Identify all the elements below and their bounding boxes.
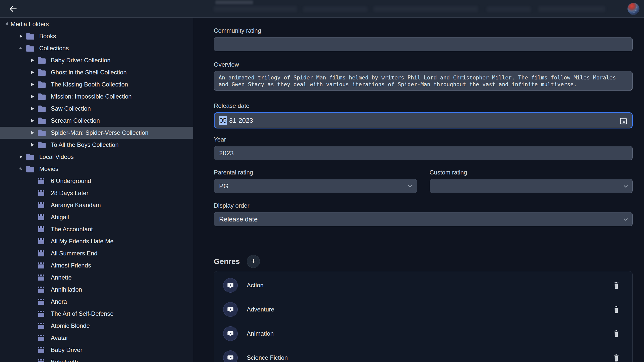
tree-item-ghost-in-the-shell-collection[interactable]: Ghost in the Shell Collection bbox=[0, 66, 193, 78]
overview-textarea[interactable]: An animated trilogy of Spider-Man films … bbox=[214, 71, 633, 91]
date-rest-segment[interactable]: -31-2023 bbox=[227, 117, 253, 124]
tree-item-the-accountant[interactable]: The Accountant bbox=[0, 223, 193, 235]
trash-icon bbox=[613, 330, 620, 337]
folder-icon bbox=[26, 32, 35, 40]
blurred-scrolled-content bbox=[374, 6, 478, 12]
movie-icon bbox=[37, 237, 47, 246]
tree-item-spider-man-spider-verse-collection[interactable]: Spider-Man: Spider-Verse Collection bbox=[0, 127, 193, 139]
tree-item-label: Atomic Blonde bbox=[51, 322, 90, 329]
tree-item-media-folders[interactable]: Media Folders bbox=[0, 18, 193, 30]
expand-caret-icon[interactable] bbox=[18, 34, 24, 38]
tree-item-the-kissing-booth-collection[interactable]: The Kissing Booth Collection bbox=[0, 78, 193, 90]
blurred-scrolled-content bbox=[214, 6, 297, 12]
tree-item-avatar[interactable]: Avatar bbox=[0, 332, 193, 344]
add-genre-button[interactable]: + bbox=[247, 255, 260, 268]
tree-item-scream-collection[interactable]: Scream Collection bbox=[0, 115, 193, 127]
delete-genre-button[interactable] bbox=[611, 352, 621, 362]
tree-item-label: Anora bbox=[51, 298, 67, 305]
tree-item-abigail[interactable]: Abigail bbox=[0, 211, 193, 223]
tree-item-baby-driver-collection[interactable]: Baby Driver Collection bbox=[0, 54, 193, 66]
expand-caret-icon[interactable] bbox=[29, 71, 36, 74]
tree-item-label: The Kissing Booth Collection bbox=[51, 81, 128, 88]
expand-caret-icon[interactable] bbox=[29, 131, 36, 134]
collapse-caret-icon[interactable] bbox=[4, 23, 11, 26]
delete-genre-button[interactable] bbox=[611, 280, 621, 291]
tree-item-label: Babyteeth bbox=[51, 358, 78, 362]
tree-item-label: Avatar bbox=[51, 334, 68, 341]
tree-item-all-my-friends-hate-me[interactable]: All My Friends Hate Me bbox=[0, 235, 193, 247]
tree-item-label: Collections bbox=[39, 45, 69, 52]
tree-item-mission-impossible-collection[interactable]: Mission: Impossible Collection bbox=[0, 90, 193, 103]
tree-item-label: The Accountant bbox=[51, 226, 93, 233]
release-date-input[interactable]: 05-31-2023 bbox=[214, 112, 633, 128]
user-avatar[interactable] bbox=[627, 3, 639, 15]
calendar-icon[interactable] bbox=[619, 116, 628, 125]
tree-item-the-art-of-self-defense[interactable]: The Art of Self-Defense bbox=[0, 308, 193, 320]
movie-icon bbox=[37, 334, 47, 342]
collapse-caret-icon[interactable] bbox=[18, 47, 24, 50]
movie-icon bbox=[37, 225, 47, 234]
display-order-select[interactable]: Release date bbox=[214, 212, 633, 226]
tree-item-label: Baby Driver Collection bbox=[51, 57, 110, 64]
tree-item-annette[interactable]: Annette bbox=[0, 272, 193, 284]
back-button[interactable] bbox=[8, 3, 19, 14]
app-header bbox=[0, 0, 644, 18]
community-rating-input[interactable] bbox=[214, 37, 633, 51]
tree-item-saw-collection[interactable]: Saw Collection bbox=[0, 103, 193, 115]
genre-row-science-fiction[interactable]: Science Fiction bbox=[214, 346, 632, 362]
genre-row-action[interactable]: Action bbox=[214, 273, 632, 297]
tree-item-atomic-blonde[interactable]: Atomic Blonde bbox=[0, 320, 193, 332]
tree-item-babyteeth[interactable]: Babyteeth bbox=[0, 356, 193, 362]
tree-item-label: Scream Collection bbox=[51, 117, 100, 124]
delete-genre-button[interactable] bbox=[611, 304, 621, 315]
expand-caret-icon[interactable] bbox=[29, 59, 36, 62]
tree-item-all-summers-end[interactable]: All Summers End bbox=[0, 247, 193, 259]
tree-item-to-all-the-boys-collection[interactable]: To All the Boys Collection bbox=[0, 139, 193, 151]
date-month-segment[interactable]: 05 bbox=[219, 116, 227, 125]
collapse-caret-icon[interactable] bbox=[18, 167, 24, 170]
tree-item-28-days-later[interactable]: 28 Days Later bbox=[0, 187, 193, 199]
tree-item-annihilation[interactable]: Annihilation bbox=[0, 284, 193, 296]
tree-item-label: Ghost in the Shell Collection bbox=[51, 69, 127, 76]
tree-item-movies[interactable]: Movies bbox=[0, 163, 193, 175]
tree-item-aaranya-kaandam[interactable]: Aaranya Kaandam bbox=[0, 199, 193, 211]
year-input[interactable]: 2023 bbox=[214, 146, 633, 160]
expand-caret-icon[interactable] bbox=[29, 143, 36, 147]
tree-item-local-videos[interactable]: Local Videos bbox=[0, 151, 193, 163]
expand-caret-icon[interactable] bbox=[29, 83, 36, 86]
blurred-scrolled-content bbox=[215, 1, 253, 4]
expand-caret-icon[interactable] bbox=[29, 95, 36, 98]
back-arrow-icon bbox=[9, 5, 17, 13]
trash-icon bbox=[613, 306, 620, 313]
genre-row-adventure[interactable]: Adventure bbox=[214, 297, 632, 322]
movie-icon bbox=[37, 285, 47, 294]
folder-icon bbox=[37, 141, 47, 149]
tree-item-collections[interactable]: Collections bbox=[0, 42, 193, 54]
movie-icon bbox=[37, 358, 47, 362]
movie-icon bbox=[37, 261, 47, 270]
movie-icon bbox=[37, 213, 47, 221]
folder-icon bbox=[37, 68, 47, 77]
tree-item-6-underground[interactable]: 6 Underground bbox=[0, 175, 193, 187]
genre-row-animation[interactable]: Animation bbox=[214, 322, 632, 346]
genres-heading: Genres bbox=[214, 257, 240, 266]
tree-item-books[interactable]: Books bbox=[0, 30, 193, 42]
genre-label: Adventure bbox=[247, 306, 611, 313]
custom-rating-select[interactable] bbox=[430, 179, 633, 193]
tree-item-label: Mission: Impossible Collection bbox=[51, 93, 132, 100]
parental-rating-select[interactable]: PG bbox=[214, 179, 417, 193]
movie-icon bbox=[37, 322, 47, 330]
movie-icon bbox=[37, 249, 47, 258]
chevron-down-icon bbox=[407, 183, 413, 190]
tree-item-anora[interactable]: Anora bbox=[0, 296, 193, 308]
release-date-label: Release date bbox=[214, 102, 633, 109]
expand-caret-icon[interactable] bbox=[18, 155, 24, 159]
tree-item-baby-driver[interactable]: Baby Driver bbox=[0, 344, 193, 356]
display-order-value: Release date bbox=[219, 215, 258, 223]
expand-caret-icon[interactable] bbox=[29, 107, 36, 110]
delete-genre-button[interactable] bbox=[611, 328, 621, 339]
tree-item-label: Annihilation bbox=[51, 286, 82, 293]
expand-caret-icon[interactable] bbox=[29, 119, 36, 122]
tree-item-almost-friends[interactable]: Almost Friends bbox=[0, 259, 193, 272]
tree-item-label: Baby Driver bbox=[51, 346, 82, 353]
